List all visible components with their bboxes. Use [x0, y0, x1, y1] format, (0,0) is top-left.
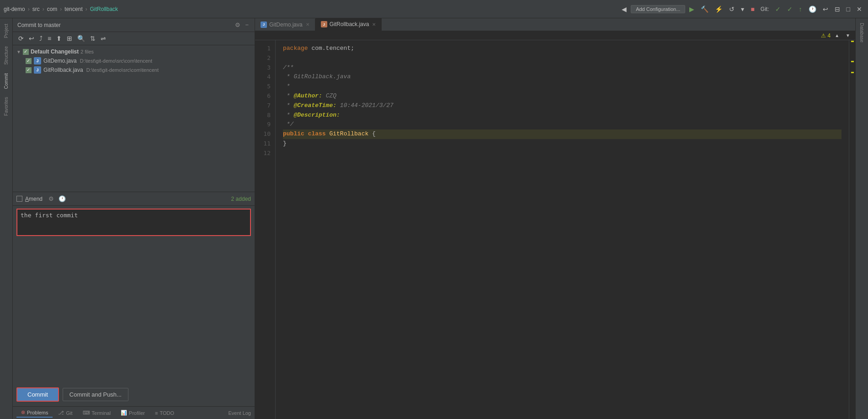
code-line-4: * GitRollback.java [283, 72, 841, 82]
commit-message-input[interactable]: the first commit [16, 209, 251, 236]
minimize-icon[interactable]: − [244, 21, 250, 29]
stop-button[interactable]: ■ [748, 5, 756, 14]
list-item[interactable]: J GitRollback.java D:\test\git-demo\src\… [13, 65, 255, 75]
list-item[interactable]: J GitDemo.java D:\test\git-demo\src\com\… [13, 56, 255, 65]
event-log-label[interactable]: Event Log [228, 410, 251, 416]
scroll-warning-3 [851, 72, 854, 73]
git-undo[interactable]: ↩ [820, 5, 831, 14]
problems-icon: ⊗ [21, 409, 25, 415]
add-configuration-button[interactable]: Add Configuration... [631, 5, 685, 13]
window-button2[interactable]: □ [844, 5, 852, 14]
window-button1[interactable]: ⊟ [832, 5, 842, 14]
file-name-1: GitDemo.java [43, 58, 77, 64]
sidebar-item-favorites[interactable]: Favorites [2, 93, 11, 119]
code-line-2 [283, 54, 841, 63]
amend-label: Amend [25, 196, 43, 202]
breadcrumb: git-demo › src › com › tencent › GitRoll… [4, 6, 618, 12]
upload-icon[interactable]: ⬆ [54, 34, 64, 43]
breadcrumb-item-5[interactable]: GitRollback [90, 6, 118, 12]
git-tab-icon: ⎇ [58, 410, 64, 416]
breadcrumb-item-2[interactable]: src [32, 6, 40, 12]
sidebar-item-database[interactable]: Database [857, 18, 866, 47]
build-project-button[interactable]: ⚡ [713, 5, 725, 14]
gitdemo-tab-label: GitDemo.java [269, 21, 303, 28]
changelist-header[interactable]: ▼ Default Changelist 2 files [13, 47, 255, 56]
git-label: Git: [759, 6, 771, 12]
code-line-3: /** [283, 63, 841, 73]
scroll-warning-1 [851, 41, 854, 42]
file-checkbox-2[interactable] [26, 67, 32, 73]
top-toolbar: git-demo › src › com › tencent › GitRoll… [0, 0, 868, 18]
sidebar-item-project[interactable]: Project [2, 20, 11, 42]
git-history[interactable]: 🕐 [806, 5, 819, 14]
tab-problems[interactable]: ⊗ Problems [16, 408, 53, 418]
editor-area: J GitDemo.java ✕ J GitRollback.java ✕ ⚠ … [255, 18, 855, 419]
window-button3[interactable]: ✕ [854, 5, 864, 14]
editor-scrollbar[interactable] [849, 40, 855, 419]
run-button[interactable]: ▶ [687, 5, 697, 14]
changelist-area: ▼ Default Changelist 2 files J GitDemo.j… [13, 45, 255, 192]
settings-icon[interactable]: ⚙ [234, 21, 242, 29]
back-button[interactable]: ◀ [619, 5, 629, 14]
gitrollback-tab-close[interactable]: ✕ [372, 22, 376, 27]
breadcrumb-item-4[interactable]: tencent [64, 6, 82, 12]
tab-git[interactable]: ⎇ Git [53, 408, 77, 417]
diff-icon[interactable]: ≡ [46, 34, 53, 43]
commit-panel-title: Commit to master [17, 22, 61, 28]
sidebar-item-commit[interactable]: Commit [2, 70, 11, 92]
line-numbers: 1 2 3 4 5 6 7 8 9 10 11 12 [255, 40, 276, 419]
file-path-2: D:\test\git-demo\src\com\tencent [86, 67, 159, 73]
sort-icon[interactable]: ⇅ [88, 34, 97, 43]
changelist-checkbox-wrapper: Default Changelist 2 files [23, 48, 94, 55]
gitdemo-tab-close[interactable]: ✕ [306, 22, 309, 27]
code-editor[interactable]: package com.tencent; /** * GitRollback.j… [276, 40, 849, 419]
java-file-icon-2: J [34, 66, 41, 74]
commit-button[interactable]: Commit [16, 387, 59, 402]
code-line-1: package com.tencent; [283, 44, 841, 54]
code-line-11: } [283, 139, 841, 149]
code-line-9: */ [283, 120, 841, 129]
terminal-icon: ⌨ [83, 410, 90, 416]
undo-icon[interactable]: ↩ [27, 34, 36, 43]
scroll-warning-2 [851, 61, 854, 62]
tab-terminal[interactable]: ⌨ Terminal [78, 408, 116, 417]
group-icon[interactable]: ⊞ [65, 34, 74, 43]
warning-down[interactable]: ▼ [843, 32, 852, 39]
commit-panel: Commit to master ⚙ − ⟳ ↩ ⤴ ≡ ⬆ ⊞ 🔍 ⇅ ⇌ ▼ [13, 18, 255, 419]
move-icon[interactable]: ⤴ [37, 34, 44, 43]
tab-profiler[interactable]: 📊 Profiler [116, 408, 149, 417]
amend-settings-icon[interactable]: ⚙ [47, 195, 55, 203]
warning-banner: ⚠ 4 ▲ ▼ [255, 31, 855, 40]
warning-up[interactable]: ▲ [832, 32, 841, 39]
breadcrumb-item-3[interactable]: com [47, 6, 58, 12]
code-line-5: * [283, 82, 841, 91]
warning-count: ⚠ 4 [821, 32, 831, 39]
changelist-checkbox[interactable] [23, 49, 29, 55]
header-icons: ⚙ − [234, 21, 250, 29]
refresh-icon[interactable]: ⟳ [16, 34, 26, 43]
commit-buttons: Commit Commit and Push... [13, 383, 255, 406]
code-line-8: * @Description: [283, 111, 841, 120]
build-button[interactable]: 🔨 [698, 5, 711, 14]
event-log-area: Event Log [228, 410, 251, 416]
sidebar-item-structure[interactable]: Structure [2, 43, 11, 69]
git-check2[interactable]: ✓ [785, 5, 795, 14]
git-check1[interactable]: ✓ [773, 5, 783, 14]
chevron-down-icon: ▼ [16, 49, 21, 54]
editor-tabs: J GitDemo.java ✕ J GitRollback.java ✕ [255, 18, 855, 31]
filter-icon[interactable]: ⇌ [99, 34, 108, 43]
tab-todo[interactable]: ≡ TODO [150, 409, 179, 417]
tab-gitrollback[interactable]: J GitRollback.java ✕ [315, 18, 382, 31]
tab-gitdemo[interactable]: J GitDemo.java ✕ [255, 19, 315, 31]
amend-history-icon[interactable]: 🕐 [57, 195, 67, 203]
git-push[interactable]: ↑ [797, 5, 804, 14]
reload-button[interactable]: ↺ [727, 5, 737, 14]
file-checkbox-1[interactable] [26, 58, 32, 64]
amend-checkbox[interactable] [16, 196, 22, 202]
breadcrumb-item-1[interactable]: git-demo [4, 6, 25, 12]
dropdown-button[interactable]: ▾ [739, 5, 746, 14]
search-icon[interactable]: 🔍 [75, 34, 87, 43]
code-line-7: * @CreateTime: 10:44-2021/3/27 [283, 101, 841, 111]
commit-push-button[interactable]: Commit and Push... [63, 388, 128, 401]
editor-content: 1 2 3 4 5 6 7 8 9 10 11 12 package com.t… [255, 40, 855, 419]
